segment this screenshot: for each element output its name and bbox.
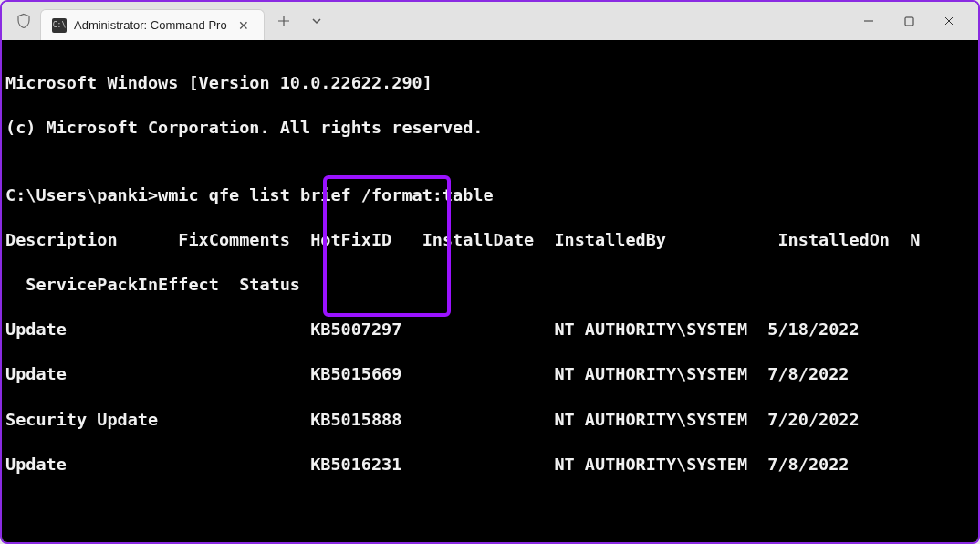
banner-line-2: (c) Microsoft Corporation. All rights re…	[5, 117, 975, 140]
terminal-output[interactable]: Microsoft Windows [Version 10.0.22622.29…	[2, 40, 978, 542]
svg-rect-0	[905, 17, 913, 26]
table-row: Security Update KB5015888 NT AUTHORITY\S…	[5, 409, 975, 432]
shield-icon	[15, 12, 33, 30]
tab-dropdown-button[interactable]	[303, 7, 330, 35]
table-header-1: Description FixComments HotFixID Install…	[5, 229, 975, 252]
close-window-button[interactable]	[936, 8, 962, 34]
window-controls	[856, 8, 973, 34]
close-tab-button[interactable]: ✕	[235, 16, 253, 35]
banner-line-1: Microsoft Windows [Version 10.0.22622.29…	[5, 72, 975, 95]
command-prompt-icon: C:\	[52, 18, 67, 33]
table-row: Update KB5007297 NT AUTHORITY\SYSTEM 5/1…	[5, 319, 975, 341]
minimize-button[interactable]	[856, 8, 881, 34]
window-titlebar: C:\ Administrator: Command Pro ✕	[2, 2, 978, 40]
command-line: C:\Users\panki>wmic qfe list brief /form…	[5, 184, 975, 207]
table-header-2: ServicePackInEffect Status	[5, 274, 975, 297]
table-row: Update KB5015669 NT AUTHORITY\SYSTEM 7/8…	[5, 363, 975, 386]
new-tab-button[interactable]	[270, 7, 297, 35]
maximize-button[interactable]	[896, 8, 922, 34]
active-tab[interactable]: C:\ Administrator: Command Pro ✕	[40, 9, 265, 40]
tab-title: Administrator: Command Pro	[74, 18, 227, 32]
table-row: Update KB5016231 NT AUTHORITY\SYSTEM 7/8…	[5, 454, 975, 476]
